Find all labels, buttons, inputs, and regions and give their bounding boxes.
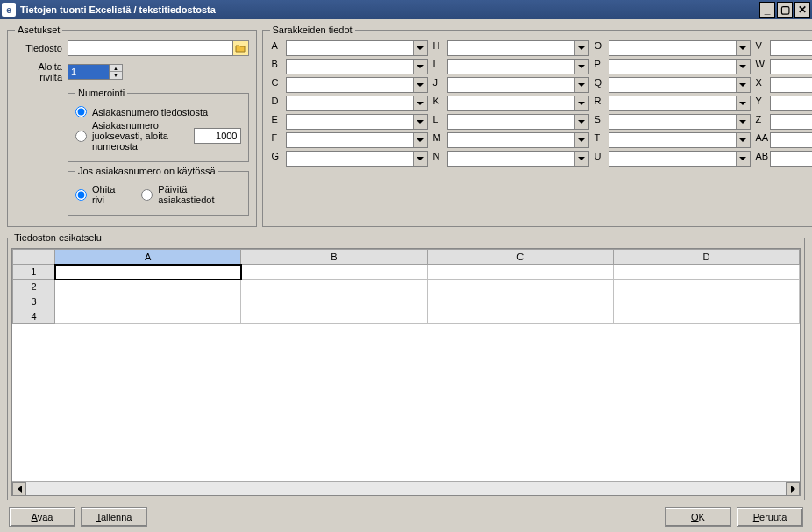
column-mapping-input[interactable] [609,152,736,166]
grid-cell[interactable] [241,265,427,280]
grid-cell[interactable] [427,309,613,324]
column-mapping-input[interactable] [448,115,574,129]
scroll-right-button[interactable] [786,482,800,496]
chevron-down-icon[interactable] [574,115,588,129]
numbering-start-input[interactable] [194,128,241,144]
browse-button[interactable] [233,40,249,56]
grid-corner[interactable] [13,250,55,265]
horizontal-scrollbar[interactable] [12,481,800,495]
column-mapping-combo[interactable] [447,151,589,167]
column-mapping-combo[interactable] [447,96,589,111]
column-mapping-combo[interactable] [609,40,751,56]
spinner-down-button[interactable]: ▼ [110,72,122,79]
grid-row-header[interactable]: 1 [13,265,55,280]
column-mapping-combo[interactable] [609,96,751,111]
column-mapping-combo[interactable] [447,114,589,130]
column-mapping-combo[interactable] [609,151,751,167]
column-mapping-input[interactable] [287,133,413,147]
open-button[interactable]: Avaa [9,507,75,527]
column-mapping-combo[interactable] [609,114,751,130]
chevron-down-icon[interactable] [413,60,427,74]
chevron-down-icon[interactable] [736,115,750,129]
grid-cell[interactable] [613,280,799,294]
column-mapping-combo[interactable] [770,96,813,111]
column-mapping-input[interactable] [771,78,813,92]
scroll-track[interactable] [26,482,786,495]
column-mapping-combo[interactable] [447,132,589,148]
column-mapping-input[interactable] [287,115,413,129]
column-mapping-input[interactable] [287,60,413,74]
column-mapping-combo[interactable] [286,114,428,130]
column-mapping-combo[interactable] [770,114,813,130]
grid-cell[interactable] [613,309,799,324]
grid-cell[interactable] [55,280,241,294]
maximize-button[interactable]: ▢ [777,2,793,18]
column-mapping-input[interactable] [771,115,813,129]
column-mapping-input[interactable] [287,152,413,166]
grid-cell[interactable] [241,280,427,294]
save-button[interactable]: Tallenna [81,507,147,527]
column-mapping-combo[interactable] [286,40,428,56]
preview-grid[interactable]: A B C D 1 [12,249,800,324]
grid-col-header[interactable]: D [613,250,799,265]
chevron-down-icon[interactable] [574,96,588,110]
chevron-down-icon[interactable] [413,96,427,110]
grid-col-header[interactable]: A [55,250,241,265]
grid-col-header[interactable]: B [241,250,427,265]
grid-row-header[interactable]: 3 [13,294,55,309]
grid-cell[interactable] [241,309,427,324]
grid-row-header[interactable]: 2 [13,280,55,294]
inuse-skip-radio[interactable] [75,189,87,201]
column-mapping-input[interactable] [609,96,736,110]
grid-cell[interactable] [613,265,799,280]
start-row-input[interactable]: 1 [68,64,110,80]
chevron-down-icon[interactable] [736,41,750,55]
chevron-down-icon[interactable] [413,78,427,92]
column-mapping-combo[interactable] [286,59,428,74]
numbering-running-radio[interactable] [75,131,87,142]
grid-cell[interactable] [55,294,241,309]
column-mapping-input[interactable] [448,152,574,166]
chevron-down-icon[interactable] [413,152,427,166]
column-mapping-combo[interactable] [447,40,589,56]
column-mapping-combo[interactable] [609,132,751,148]
close-button[interactable]: ✕ [794,2,810,18]
column-mapping-combo[interactable] [609,77,751,93]
grid-cell[interactable] [55,265,241,280]
cancel-button[interactable]: Peruuta [737,507,803,527]
grid-row-header[interactable]: 4 [13,309,55,324]
chevron-down-icon[interactable] [413,133,427,147]
column-mapping-input[interactable] [771,152,813,166]
chevron-down-icon[interactable] [574,78,588,92]
chevron-down-icon[interactable] [574,60,588,74]
chevron-down-icon[interactable] [574,133,588,147]
grid-cell[interactable] [427,294,613,309]
column-mapping-input[interactable] [448,60,574,74]
chevron-down-icon[interactable] [574,152,588,166]
inuse-update-radio[interactable] [141,189,153,201]
chevron-down-icon[interactable] [413,115,427,129]
column-mapping-combo[interactable] [447,77,589,93]
grid-cell[interactable] [613,294,799,309]
column-mapping-combo[interactable] [770,77,813,93]
column-mapping-input[interactable] [448,96,574,110]
column-mapping-input[interactable] [609,133,736,147]
column-mapping-input[interactable] [609,41,736,55]
column-mapping-combo[interactable] [286,77,428,93]
titlebar[interactable]: e Tietojen tuonti Excelistä / tekstitied… [0,0,812,19]
minimize-button[interactable]: _ [759,2,775,18]
chevron-down-icon[interactable] [736,60,750,74]
column-mapping-combo[interactable] [286,151,428,167]
grid-cell[interactable] [241,294,427,309]
spinner-up-button[interactable]: ▲ [110,65,122,72]
chevron-down-icon[interactable] [736,78,750,92]
column-mapping-input[interactable] [771,60,813,74]
column-mapping-combo[interactable] [286,132,428,148]
chevron-down-icon[interactable] [736,96,750,110]
scroll-left-button[interactable] [12,482,26,496]
column-mapping-input[interactable] [609,115,736,129]
column-mapping-input[interactable] [448,133,574,147]
column-mapping-input[interactable] [609,78,736,92]
column-mapping-input[interactable] [771,96,813,110]
grid-cell[interactable] [427,265,613,280]
